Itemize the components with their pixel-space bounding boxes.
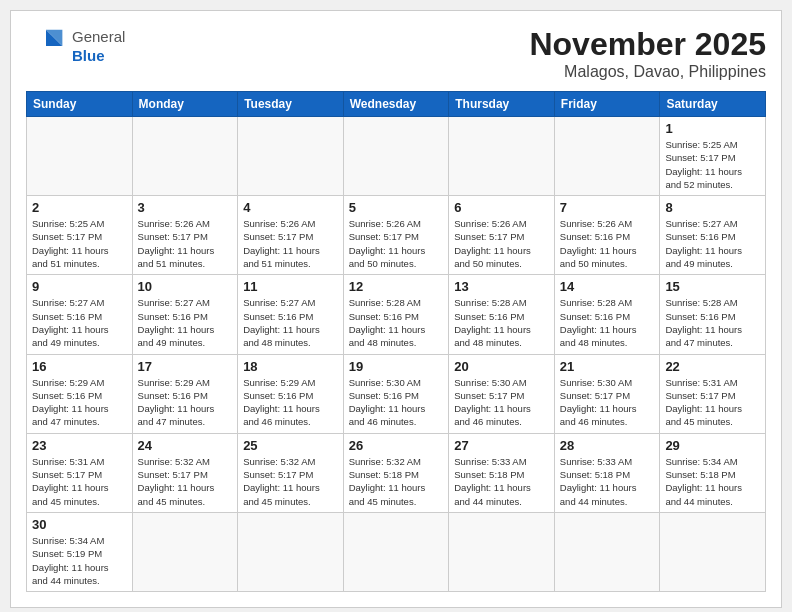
calendar-day-cell: 14Sunrise: 5:28 AM Sunset: 5:16 PM Dayli… [554, 275, 660, 354]
weekday-header-saturday: Saturday [660, 92, 766, 117]
weekday-header-wednesday: Wednesday [343, 92, 449, 117]
day-info: Sunrise: 5:27 AM Sunset: 5:16 PM Dayligh… [138, 296, 233, 349]
calendar-day-cell [554, 512, 660, 591]
logo-blue: Blue [72, 46, 125, 66]
calendar-day-cell [449, 117, 555, 196]
day-number: 19 [349, 359, 444, 374]
day-number: 30 [32, 517, 127, 532]
day-number: 14 [560, 279, 655, 294]
day-number: 24 [138, 438, 233, 453]
location-subtitle: Malagos, Davao, Philippines [529, 63, 766, 81]
day-number: 9 [32, 279, 127, 294]
calendar-day-cell: 11Sunrise: 5:27 AM Sunset: 5:16 PM Dayli… [238, 275, 344, 354]
weekday-header-tuesday: Tuesday [238, 92, 344, 117]
day-info: Sunrise: 5:32 AM Sunset: 5:17 PM Dayligh… [138, 455, 233, 508]
title-area: November 2025 Malagos, Davao, Philippine… [529, 26, 766, 81]
day-number: 7 [560, 200, 655, 215]
day-info: Sunrise: 5:34 AM Sunset: 5:18 PM Dayligh… [665, 455, 760, 508]
day-info: Sunrise: 5:30 AM Sunset: 5:17 PM Dayligh… [560, 376, 655, 429]
calendar-week-row: 30Sunrise: 5:34 AM Sunset: 5:19 PM Dayli… [27, 512, 766, 591]
calendar-day-cell: 8Sunrise: 5:27 AM Sunset: 5:16 PM Daylig… [660, 196, 766, 275]
day-number: 18 [243, 359, 338, 374]
calendar-day-cell: 30Sunrise: 5:34 AM Sunset: 5:19 PM Dayli… [27, 512, 133, 591]
calendar-day-cell: 17Sunrise: 5:29 AM Sunset: 5:16 PM Dayli… [132, 354, 238, 433]
day-info: Sunrise: 5:30 AM Sunset: 5:16 PM Dayligh… [349, 376, 444, 429]
day-info: Sunrise: 5:28 AM Sunset: 5:16 PM Dayligh… [560, 296, 655, 349]
calendar-day-cell: 27Sunrise: 5:33 AM Sunset: 5:18 PM Dayli… [449, 433, 555, 512]
calendar-day-cell: 20Sunrise: 5:30 AM Sunset: 5:17 PM Dayli… [449, 354, 555, 433]
day-number: 4 [243, 200, 338, 215]
weekday-header-thursday: Thursday [449, 92, 555, 117]
day-info: Sunrise: 5:27 AM Sunset: 5:16 PM Dayligh… [665, 217, 760, 270]
day-number: 21 [560, 359, 655, 374]
day-number: 6 [454, 200, 549, 215]
month-title: November 2025 [529, 26, 766, 63]
day-info: Sunrise: 5:32 AM Sunset: 5:17 PM Dayligh… [243, 455, 338, 508]
logo-general: General [72, 27, 125, 47]
calendar-day-cell [660, 512, 766, 591]
calendar-day-cell: 7Sunrise: 5:26 AM Sunset: 5:16 PM Daylig… [554, 196, 660, 275]
calendar-day-cell [238, 512, 344, 591]
day-info: Sunrise: 5:32 AM Sunset: 5:18 PM Dayligh… [349, 455, 444, 508]
calendar-week-row: 2Sunrise: 5:25 AM Sunset: 5:17 PM Daylig… [27, 196, 766, 275]
day-number: 15 [665, 279, 760, 294]
calendar-week-row: 1Sunrise: 5:25 AM Sunset: 5:17 PM Daylig… [27, 117, 766, 196]
day-number: 22 [665, 359, 760, 374]
day-number: 16 [32, 359, 127, 374]
calendar-week-row: 16Sunrise: 5:29 AM Sunset: 5:16 PM Dayli… [27, 354, 766, 433]
calendar-day-cell: 3Sunrise: 5:26 AM Sunset: 5:17 PM Daylig… [132, 196, 238, 275]
day-info: Sunrise: 5:31 AM Sunset: 5:17 PM Dayligh… [32, 455, 127, 508]
calendar-day-cell: 5Sunrise: 5:26 AM Sunset: 5:17 PM Daylig… [343, 196, 449, 275]
day-number: 26 [349, 438, 444, 453]
day-info: Sunrise: 5:26 AM Sunset: 5:16 PM Dayligh… [560, 217, 655, 270]
weekday-header-friday: Friday [554, 92, 660, 117]
calendar-day-cell: 18Sunrise: 5:29 AM Sunset: 5:16 PM Dayli… [238, 354, 344, 433]
day-info: Sunrise: 5:25 AM Sunset: 5:17 PM Dayligh… [665, 138, 760, 191]
day-info: Sunrise: 5:27 AM Sunset: 5:16 PM Dayligh… [243, 296, 338, 349]
day-info: Sunrise: 5:26 AM Sunset: 5:17 PM Dayligh… [349, 217, 444, 270]
day-info: Sunrise: 5:33 AM Sunset: 5:18 PM Dayligh… [560, 455, 655, 508]
calendar-day-cell [554, 117, 660, 196]
day-info: Sunrise: 5:29 AM Sunset: 5:16 PM Dayligh… [138, 376, 233, 429]
calendar-body: 1Sunrise: 5:25 AM Sunset: 5:17 PM Daylig… [27, 117, 766, 592]
day-info: Sunrise: 5:28 AM Sunset: 5:16 PM Dayligh… [349, 296, 444, 349]
weekday-header-sunday: Sunday [27, 92, 133, 117]
logo-area: GeneralBlue [26, 26, 125, 66]
day-info: Sunrise: 5:25 AM Sunset: 5:17 PM Dayligh… [32, 217, 127, 270]
calendar-day-cell: 2Sunrise: 5:25 AM Sunset: 5:17 PM Daylig… [27, 196, 133, 275]
day-number: 27 [454, 438, 549, 453]
calendar-day-cell [132, 117, 238, 196]
calendar-day-cell: 10Sunrise: 5:27 AM Sunset: 5:16 PM Dayli… [132, 275, 238, 354]
day-info: Sunrise: 5:34 AM Sunset: 5:19 PM Dayligh… [32, 534, 127, 587]
logo-text: GeneralBlue [72, 27, 125, 66]
calendar-day-cell [449, 512, 555, 591]
calendar-container: GeneralBlue November 2025 Malagos, Davao… [10, 10, 782, 608]
day-number: 11 [243, 279, 338, 294]
calendar-table: SundayMondayTuesdayWednesdayThursdayFrid… [26, 91, 766, 592]
calendar-day-cell: 25Sunrise: 5:32 AM Sunset: 5:17 PM Dayli… [238, 433, 344, 512]
generalblue-logo-icon [26, 26, 66, 66]
calendar-day-cell: 26Sunrise: 5:32 AM Sunset: 5:18 PM Dayli… [343, 433, 449, 512]
calendar-day-cell: 22Sunrise: 5:31 AM Sunset: 5:17 PM Dayli… [660, 354, 766, 433]
calendar-day-cell: 28Sunrise: 5:33 AM Sunset: 5:18 PM Dayli… [554, 433, 660, 512]
day-info: Sunrise: 5:26 AM Sunset: 5:17 PM Dayligh… [454, 217, 549, 270]
day-info: Sunrise: 5:31 AM Sunset: 5:17 PM Dayligh… [665, 376, 760, 429]
day-number: 12 [349, 279, 444, 294]
calendar-day-cell: 6Sunrise: 5:26 AM Sunset: 5:17 PM Daylig… [449, 196, 555, 275]
calendar-week-row: 9Sunrise: 5:27 AM Sunset: 5:16 PM Daylig… [27, 275, 766, 354]
day-info: Sunrise: 5:28 AM Sunset: 5:16 PM Dayligh… [454, 296, 549, 349]
calendar-day-cell: 9Sunrise: 5:27 AM Sunset: 5:16 PM Daylig… [27, 275, 133, 354]
calendar-day-cell: 24Sunrise: 5:32 AM Sunset: 5:17 PM Dayli… [132, 433, 238, 512]
weekday-header-row: SundayMondayTuesdayWednesdayThursdayFrid… [27, 92, 766, 117]
day-number: 10 [138, 279, 233, 294]
calendar-day-cell [238, 117, 344, 196]
calendar-day-cell: 13Sunrise: 5:28 AM Sunset: 5:16 PM Dayli… [449, 275, 555, 354]
day-number: 13 [454, 279, 549, 294]
calendar-day-cell [27, 117, 133, 196]
day-info: Sunrise: 5:29 AM Sunset: 5:16 PM Dayligh… [243, 376, 338, 429]
calendar-day-cell: 21Sunrise: 5:30 AM Sunset: 5:17 PM Dayli… [554, 354, 660, 433]
day-info: Sunrise: 5:30 AM Sunset: 5:17 PM Dayligh… [454, 376, 549, 429]
day-info: Sunrise: 5:26 AM Sunset: 5:17 PM Dayligh… [243, 217, 338, 270]
day-number: 20 [454, 359, 549, 374]
calendar-week-row: 23Sunrise: 5:31 AM Sunset: 5:17 PM Dayli… [27, 433, 766, 512]
